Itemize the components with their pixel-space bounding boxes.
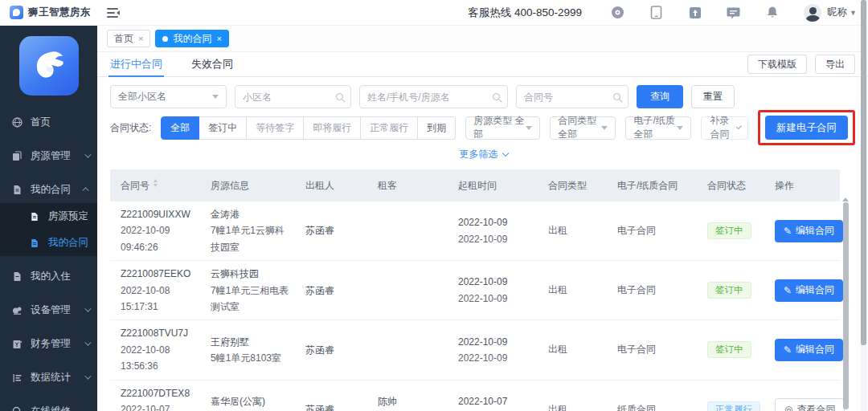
table-scrollbar[interactable] <box>842 194 849 409</box>
status-option-active[interactable]: 正常履行 <box>361 116 418 140</box>
contract-no: Z221009UIXXW <box>121 206 195 222</box>
search-button[interactable]: 查询 <box>637 85 683 108</box>
tab-active-contracts[interactable]: 进行中合同 <box>110 52 162 77</box>
paper-type-select[interactable]: 电子/纸质 全部 <box>625 116 691 140</box>
nickname[interactable]: 昵称 <box>827 6 847 19</box>
app-window: 狮王智慧房东 客服热线 400-850-2999 昵称 ▼ <box>0 0 868 411</box>
supplement-label: 补录合同 <box>710 114 731 141</box>
chevron-down-icon <box>677 126 683 133</box>
sidebar-item-my-contracts-sub[interactable]: 我的合同 <box>0 230 97 256</box>
start-date: 2022-10-09 <box>458 214 533 230</box>
active-dot-icon <box>162 36 168 42</box>
name-phone-input-field[interactable] <box>367 92 493 103</box>
table-scrollbar-thumb[interactable] <box>843 202 849 409</box>
chevron-down-icon <box>84 339 91 345</box>
contract-type-select[interactable]: 合同类型 全部 <box>550 116 616 140</box>
home-globe-icon <box>12 116 23 128</box>
sidebar-item-home[interactable]: 首页 <box>0 108 97 136</box>
col-lessor: 出租人 <box>295 179 367 193</box>
house-detail: 5幢1单元8103室 <box>211 350 290 366</box>
sidebar-item-label: 设备管理 <box>31 303 71 317</box>
contract-no-input-field[interactable] <box>524 92 613 103</box>
table-row[interactable]: Z221008TVU7J 2022-10-08 13:56:36 王府别墅 5幢… <box>110 320 840 380</box>
sidebar-item-house-booking[interactable]: 房源预定 <box>0 203 97 230</box>
scroll-up-arrow-icon[interactable] <box>842 194 849 201</box>
sidebar-item-checkin[interactable]: 我的入住 <box>0 262 97 290</box>
record-icon[interactable] <box>611 6 624 19</box>
table-row[interactable]: Z2210087EEKO 2022-10-08 15:17:31 云狮科技园 7… <box>110 261 840 320</box>
community-select[interactable]: 全部小区名 <box>110 85 227 108</box>
house-name: 金涛港 <box>211 206 290 222</box>
sidebar-item-house-mgmt[interactable]: 房源管理 <box>0 142 97 169</box>
chevron-down-icon <box>84 305 91 311</box>
edit-icon: ✎ <box>784 226 792 236</box>
action-button[interactable]: ✎编辑合同 <box>775 339 843 361</box>
action-button[interactable]: ✎编辑合同 <box>775 279 843 302</box>
table-row[interactable]: Z221007DTEX8 2022-10-07 10:06:00 嘉华居(公寓)… <box>110 380 840 411</box>
sidebar-item-label: 我的合同 <box>48 236 88 250</box>
close-icon[interactable]: × <box>216 34 221 43</box>
upload-icon[interactable] <box>688 6 702 19</box>
status-option-upcoming[interactable]: 即将履行 <box>304 116 361 140</box>
page-tabs: 进行中合同 失效合同 下载模版 导出 <box>97 52 868 77</box>
house-type-select[interactable]: 房源类型 全部 <box>465 116 540 140</box>
view-icon: ◎ <box>784 405 792 411</box>
status-option-signing[interactable]: 签订中 <box>199 116 247 140</box>
sidebar-item-repairs[interactable]: 在线维修 <box>0 397 97 411</box>
more-filters-link[interactable]: 更多筛选 <box>460 149 506 160</box>
contract-icon <box>12 184 23 195</box>
action-button[interactable]: ✎编辑合同 <box>775 220 843 242</box>
search-icon <box>613 93 620 100</box>
sort-icon[interactable]: ▲▼ <box>153 181 158 190</box>
tablet-icon[interactable] <box>649 6 663 19</box>
action-button[interactable]: ◎查看合同 <box>775 398 845 411</box>
tab-chip-home[interactable]: 首页 × <box>107 30 150 47</box>
menu-fold-icon[interactable] <box>107 8 120 18</box>
new-electronic-contract-button[interactable]: 新建电子合同 <box>765 116 848 140</box>
brand[interactable]: 狮王智慧房东 <box>0 6 97 19</box>
table-row[interactable]: Z221009UIXXW 2022-10-09 09:46:26 金涛港 7幢1… <box>110 201 840 261</box>
supplement-contract-dropdown[interactable]: 补录合同 <box>701 116 748 140</box>
status-option-all[interactable]: 全部 <box>161 116 199 140</box>
chevron-up-icon <box>82 187 88 193</box>
message-icon[interactable] <box>727 6 740 19</box>
sidebar-item-finance[interactable]: 财务管理 <box>0 330 97 357</box>
close-icon[interactable]: × <box>138 34 143 43</box>
hotline-text: 客服热线 400-850-2999 <box>468 6 582 20</box>
table-header: 合同号 ▲▼ 房源信息 出租人 租客 起租时间 合同类型 电子/纸质合同 合同状… <box>110 169 840 201</box>
sidebar-item-statistics[interactable]: 数据统计 <box>0 364 97 391</box>
avatar[interactable] <box>804 4 821 22</box>
chevron-down-icon <box>601 126 608 133</box>
top-header: 狮王智慧房东 客服热线 400-850-2999 昵称 ▼ <box>0 0 868 26</box>
status-option-waiting[interactable]: 等待签字 <box>247 116 304 140</box>
tab-expired-contracts[interactable]: 失效合同 <box>191 52 233 77</box>
status-option-expired[interactable]: 到期 <box>418 116 456 140</box>
paper-type: 电子合同 <box>607 279 697 302</box>
chevron-down-icon <box>526 126 532 133</box>
end-date: 2022-10-09 <box>458 291 533 307</box>
checkin-icon <box>12 271 23 282</box>
start-date: 2022-10-09 <box>458 334 533 350</box>
col-contract-no[interactable]: 合同号 ▲▼ <box>110 179 200 193</box>
chevron-down-icon[interactable]: ▼ <box>850 9 857 17</box>
contract-type: 出租 <box>538 338 607 361</box>
edit-icon: ✎ <box>784 345 792 355</box>
download-template-button[interactable]: 下载模版 <box>747 55 807 74</box>
export-button[interactable]: 导出 <box>815 55 855 74</box>
page-scrollbar[interactable] <box>861 0 867 411</box>
tab-chip-my-contracts[interactable]: 我的合同 × <box>155 30 228 47</box>
lessor-name: 苏函睿 <box>305 342 362 358</box>
bell-icon[interactable] <box>765 6 779 19</box>
sidebar-item-devices[interactable]: 设备管理 <box>0 296 97 324</box>
page-scrollbar-thumb[interactable] <box>861 0 866 345</box>
col-tenant: 租客 <box>367 179 448 193</box>
community-input-field[interactable] <box>243 92 336 103</box>
sidebar-item-label: 房源预定 <box>48 210 88 223</box>
contract-no: Z221007DTEX8 <box>121 385 195 401</box>
chevron-down-icon <box>736 124 742 129</box>
reset-button[interactable]: 重置 <box>691 85 735 108</box>
contracts-table: 合同号 ▲▼ 房源信息 出租人 租客 起租时间 合同类型 电子/纸质合同 合同状… <box>110 169 840 411</box>
sidebar-item-my-contracts[interactable]: 我的合同 <box>0 176 97 203</box>
finance-icon <box>12 338 23 349</box>
house-type-value: 房源类型 全部 <box>473 114 526 141</box>
